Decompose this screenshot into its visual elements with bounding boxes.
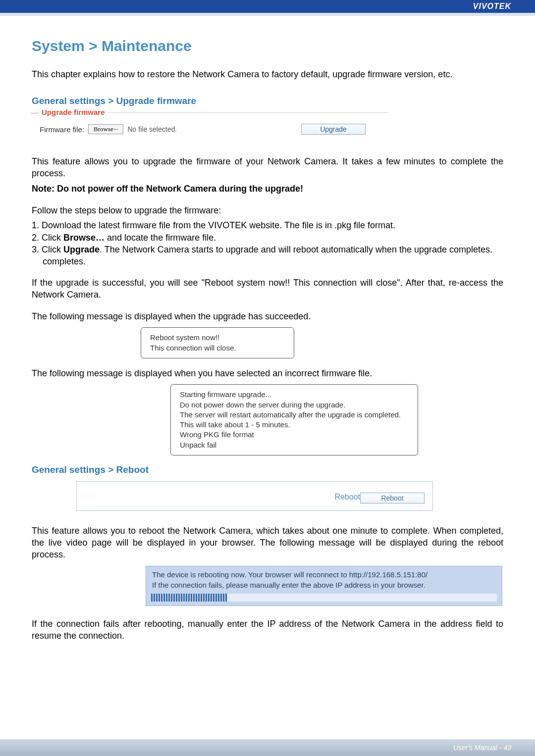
upgrade-button[interactable]: Upgrade <box>301 124 366 135</box>
upgrade-description: This feature allows you to upgrade the f… <box>32 155 503 180</box>
legend-dash: — <box>31 108 39 116</box>
upgrade-note: Note: Do not power off the Network Camer… <box>32 183 503 195</box>
upgrade-section-heading: General settings > Upgrade firmware <box>32 96 503 106</box>
reboot-message-box: The device is rebooting now. Your browse… <box>146 566 502 606</box>
no-file-text: No file selected. <box>127 125 177 133</box>
page-header: VIVOTEK <box>0 0 535 13</box>
brand-text: VIVOTEK <box>473 2 511 11</box>
footer-text: User's Manual - 43 <box>453 744 511 752</box>
reboot-legend: Reboot <box>334 493 360 504</box>
reboot-fieldset: Reboot Reboot <box>76 481 433 511</box>
fail-intro: The following message is displayed when … <box>32 367 503 379</box>
page-footer: User's Manual - 43 <box>0 739 535 756</box>
reboot-msg-line1: The device is rebooting now. Your browse… <box>152 569 496 580</box>
step-1: 1. Download the latest firmware file fro… <box>32 219 503 231</box>
success-message-box: Reboot system now!! This connection will… <box>141 327 294 358</box>
page-title: System > Maintenance <box>32 38 503 54</box>
reboot-progress-fill <box>151 594 227 602</box>
success-paragraph: If the upgrade is successful, you will s… <box>32 277 503 301</box>
reboot-button[interactable]: Reboot <box>360 493 425 504</box>
upgrade-fieldset: — Upgrade firmware Firmware file: Browse… <box>32 112 388 140</box>
reboot-section-heading: General settings > Reboot <box>32 464 503 475</box>
browse-button[interactable]: Browse··· <box>88 124 123 134</box>
reboot-msg-line2: If the connection fails, please manually… <box>152 580 496 591</box>
steps-intro: Follow the steps below to upgrade the fi… <box>32 204 503 216</box>
steps-list: 1. Download the latest firmware file fro… <box>32 219 503 267</box>
firmware-file-label: Firmware file: <box>40 125 84 134</box>
intro-paragraph: This chapter explains how to restore the… <box>32 68 503 81</box>
step-2: 2. Click Browse… and locate the firmware… <box>32 232 503 244</box>
success-intro: The following message is displayed when … <box>32 310 503 322</box>
reboot-description: This feature allows you to reboot the Ne… <box>32 525 503 561</box>
step-3-cont: completes. <box>32 255 503 267</box>
upgrade-legend: Upgrade firmware <box>39 108 108 116</box>
reboot-fail-paragraph: If the connection fails after rebooting,… <box>32 618 503 642</box>
step-3: 3. Click Upgrade. The Network Camera sta… <box>32 244 503 255</box>
reboot-progress-bar <box>151 594 497 602</box>
fail-message-box: Starting firmware upgrade... Do not powe… <box>170 384 418 455</box>
